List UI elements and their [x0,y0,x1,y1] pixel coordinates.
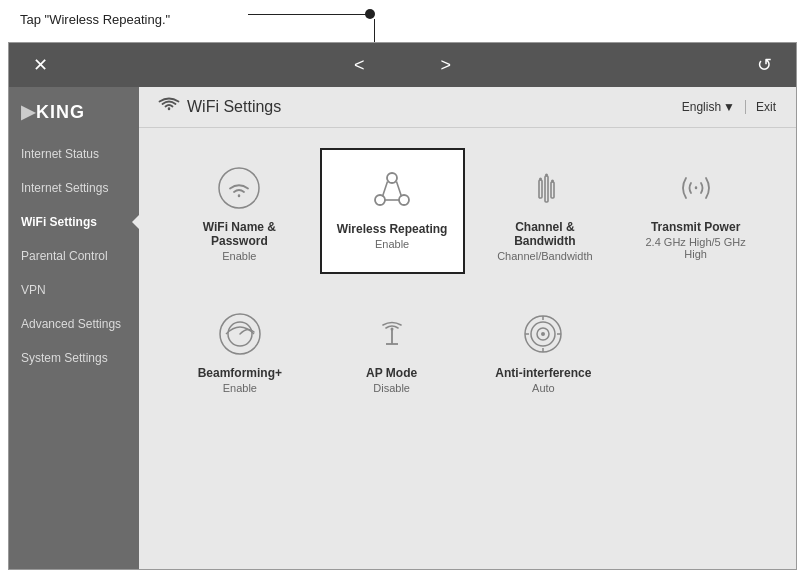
svg-line-4 [383,182,388,197]
grid-row-2: Beamforming+ Enable [169,294,766,406]
svg-point-12 [551,180,554,183]
wireless-repeating-title: Wireless Repeating [337,222,448,236]
grid-item-empty [624,294,766,406]
svg-point-2 [375,195,385,205]
grid-row-1: WiFi Name & Password Enable [169,148,766,274]
annotation-text: Tap "Wireless Repeating." [20,12,170,27]
grid-item-wifi-name-password[interactable]: WiFi Name & Password Enable [169,148,310,274]
wifi-icon [159,97,179,117]
logo-arrow: ▶ [21,102,36,122]
panel-title: WiFi Settings [159,97,281,117]
sidebar-item-internet-settings[interactable]: Internet Settings [9,171,139,205]
svg-rect-7 [539,180,542,198]
anti-interference-title: Anti-interference [495,366,591,380]
main-panel: WiFi Settings English ▼ Exit [139,87,796,569]
back-button[interactable]: < [346,51,373,80]
anti-interference-sub: Auto [532,382,555,394]
wifi-name-icon [215,164,263,212]
transmit-power-sub: 2.4 GHz High/5 GHz High [635,236,756,260]
beamforming-title: Beamforming+ [198,366,282,380]
sidebar-logo: ▶KING [9,87,139,137]
dropdown-arrow-icon: ▼ [723,100,735,114]
grid-item-wireless-repeating[interactable]: Wireless Repeating Enable [320,148,465,274]
transmit-power-icon [672,164,720,212]
sidebar-item-parental-control[interactable]: Parental Control [9,239,139,273]
beamforming-icon [216,310,264,358]
ap-mode-title: AP Mode [366,366,417,380]
grid-item-ap-mode[interactable]: AP Mode Disable [321,294,463,406]
sidebar-item-wifi-settings[interactable]: WiFi Settings [9,205,139,239]
svg-line-5 [397,182,402,197]
nav-center: < > [346,51,459,80]
sidebar-item-internet-status[interactable]: Internet Status [9,137,139,171]
wifi-name-sub: Enable [222,250,256,262]
logo-text: ▶KING [21,102,85,122]
svg-rect-8 [545,176,548,202]
sidebar-item-advanced-settings[interactable]: Advanced Settings [9,307,139,341]
close-button[interactable]: ✕ [25,50,56,80]
header-divider [745,100,746,114]
svg-point-11 [545,174,548,177]
grid-item-channel-bandwidth[interactable]: Channel & Bandwidth Channel/Bandwidth [475,148,616,274]
svg-point-1 [387,173,397,183]
exit-link[interactable]: Exit [756,100,776,114]
svg-rect-9 [551,182,554,198]
grid-item-anti-interference[interactable]: Anti-interference Auto [473,294,615,406]
svg-point-3 [399,195,409,205]
beamforming-sub: Enable [223,382,257,394]
channel-bandwidth-sub: Channel/Bandwidth [497,250,592,262]
annotation-dot [365,9,375,19]
sidebar-item-vpn[interactable]: VPN [9,273,139,307]
channel-bandwidth-icon [521,164,569,212]
grid-area: WiFi Name & Password Enable [139,128,796,569]
sidebar: ▶KING Internet Status Internet Settings … [9,87,139,569]
header-right: English ▼ Exit [682,100,776,114]
ap-mode-icon [368,310,416,358]
top-nav: ✕ < > ↺ [9,43,796,87]
svg-point-22 [541,332,545,336]
svg-point-18 [390,328,393,331]
grid-item-beamforming[interactable]: Beamforming+ Enable [169,294,311,406]
refresh-button[interactable]: ↺ [749,50,780,80]
wireless-repeating-sub: Enable [375,238,409,250]
grid-item-transmit-power[interactable]: Transmit Power 2.4 GHz High/5 GHz High [625,148,766,274]
transmit-power-title: Transmit Power [651,220,740,234]
wireless-repeating-icon [368,166,416,214]
panel-header: WiFi Settings English ▼ Exit [139,87,796,128]
wifi-name-title: WiFi Name & Password [179,220,300,248]
svg-point-10 [539,178,542,181]
content-area: ▶KING Internet Status Internet Settings … [9,87,796,569]
annotation-line [248,14,368,15]
language-selector[interactable]: English ▼ [682,100,735,114]
ap-mode-sub: Disable [373,382,410,394]
sidebar-item-system-settings[interactable]: System Settings [9,341,139,375]
panel-title-text: WiFi Settings [187,98,281,116]
channel-bandwidth-title: Channel & Bandwidth [485,220,606,248]
anti-interference-icon [519,310,567,358]
svg-point-0 [219,168,259,208]
forward-button[interactable]: > [433,51,460,80]
main-container: ✕ < > ↺ ▶KING Internet Status Internet S… [8,42,797,570]
